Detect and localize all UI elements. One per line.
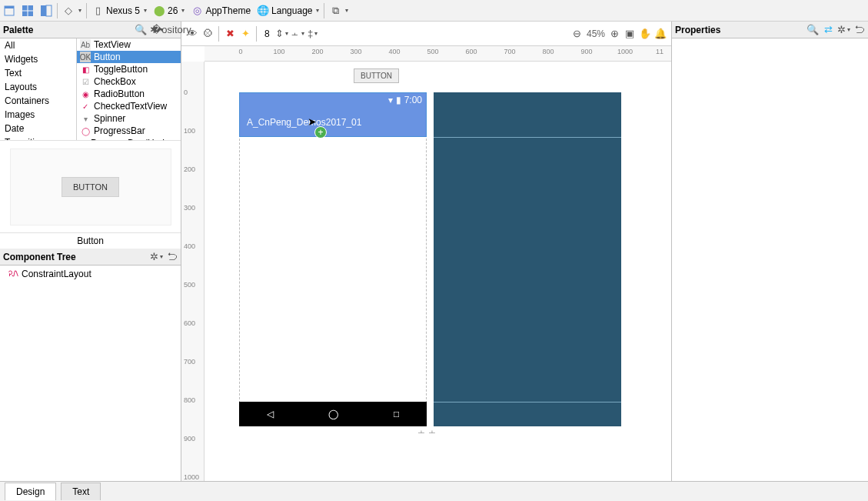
wifi-icon: ▾ [388,95,393,105]
collapse-icon[interactable]: ⮌ [165,251,178,263]
palette-item[interactable]: ◧ToggleButton [77,63,181,75]
design-canvas-area: 👁 ⭙ ✖ ✦ 8 ⇕ ⫠ ‡ ⊖ 45% ⊕ ▣ ✋ 🔔 0 100 200 … [181,22,671,481]
device-time: 7:00 [404,95,422,105]
editor-tabs: Design Text [0,481,868,501]
palette-header: Palette 🔍 ✲ �ository [0,22,181,38]
device-navbar: ◁ ◯ □ [239,402,427,426]
device-label: Nexus 5 [106,5,140,16]
preview-button-widget: BUTTON [62,177,119,197]
variant-picker[interactable]: ⧉ [326,3,351,18]
globe-icon: 🌐 [257,5,269,17]
zoom-in-icon[interactable]: ⊕ [608,28,620,40]
default-margin[interactable]: 8 [261,28,273,39]
align-dropdown[interactable]: ⫠ [291,28,304,40]
gear-icon[interactable]: ✲ [837,24,850,36]
android-icon: ⬤ [153,5,165,17]
infer-constraints-icon[interactable]: ✦ [239,28,251,40]
button-icon: OK [80,52,91,62]
palette-item[interactable]: ◯ProgressBar [77,125,181,137]
palette-cat[interactable]: Widgets [0,52,76,66]
palette-item[interactable]: ✓CheckedTextView [77,100,181,112]
palette-categories: All Widgets Text Layouts Containers Imag… [0,38,77,140]
nav-recent-icon: □ [394,409,399,419]
view-mode-blueprint-icon[interactable] [18,3,37,18]
search-icon[interactable]: 🔍 [806,24,819,36]
checkbox-icon: ☑ [80,76,91,87]
designer-top-toolbar: ◇ ▯Nexus 5 ⬤26 ◎AppTheme 🌐Language ⧉ [0,0,868,22]
component-tree: ᎮᏁ ConstraintLayout [0,266,181,481]
properties-title: Properties [675,25,803,35]
guideline-dropdown[interactable]: ‡ [307,28,319,40]
palette-item[interactable]: OKButton [77,51,181,63]
svg-rect-5 [41,5,46,16]
palette-preview: BUTTON [0,140,181,232]
collapse-icon[interactable]: ⮌ [853,24,865,36]
notifications-icon[interactable]: 🔔 [654,28,667,40]
app-title: A_CnPeng_Demos2017_01 [247,117,361,128]
gear-icon[interactable]: ✲ [150,251,162,263]
palette-cat[interactable]: Text [0,66,76,80]
palette-item[interactable]: ☑CheckBox [77,75,181,88]
palette-cat[interactable]: Images [0,108,76,122]
pan-icon[interactable]: ✋ [639,28,651,40]
view-mode-split-icon[interactable] [37,3,55,18]
properties-panel: Properties 🔍 ⇄ ✲ ⮌ [671,22,868,481]
palette-cat[interactable]: Containers [0,94,76,108]
palette-item[interactable]: AbTextView [77,38,181,51]
battery-icon: ▮ [396,95,401,105]
preview-surface: BUTTON [10,149,171,225]
component-tree-title: Component Tree [3,252,147,262]
textview-icon: Ab [80,39,91,50]
toggle-icon: ◧ [80,64,91,75]
magnet-icon[interactable]: ⭙ [201,28,214,40]
nav-home-icon: ◯ [328,409,338,419]
spinner-icon: ▾ [80,113,91,124]
zoom-out-icon[interactable]: ⊖ [571,28,584,40]
left-panel: Palette 🔍 ✲ �ository All Widgets Text La… [0,22,181,481]
resize-handle[interactable]: ⫠⫠ [416,425,437,437]
device-appbar: A_CnPeng_Demos2017_01 [239,108,427,137]
drag-tooltip: BUTTON [354,68,399,83]
tab-design[interactable]: Design [5,483,56,500]
phone-icon: ▯ [91,5,104,17]
component-tree-header: Component Tree ✲ ⮌ [0,249,181,266]
tree-item-root[interactable]: ᎮᏁ ConstraintLayout [8,269,173,279]
device-preview[interactable]: ▾ ▮ 7:00 A_CnPeng_Demos2017_01 ◁ ◯ □ ➤ + [239,92,427,426]
theme-icon: ◎ [191,5,203,17]
palette-cat[interactable]: Date [0,122,76,135]
palette-cat[interactable]: All [0,38,76,52]
palette-item[interactable]: ▾Spinner [77,112,181,125]
theme-picker[interactable]: ◎AppTheme [188,3,254,18]
view-mode-design-icon[interactable] [0,3,18,18]
api-picker[interactable]: ⬤26 [150,3,188,18]
svg-rect-6 [46,5,52,16]
palette-item[interactable]: ◉RadioButton [77,88,181,100]
orientation-icon: ◇ [62,5,75,17]
zoom-fit-icon[interactable]: ▣ [624,28,636,40]
palette-title: Palette [3,25,131,35]
margin-dropdown[interactable]: ⇕ [276,28,288,40]
blueprint-preview[interactable] [434,92,621,426]
device-statusbar: ▾ ▮ 7:00 [239,92,427,108]
orientation-dropdown[interactable]: ◇ [59,3,85,18]
collapse-icon[interactable]: �ository [165,24,178,36]
ruler-horizontal: 0 100 200 300 400 500 600 700 800 900 10… [205,46,671,62]
search-icon[interactable]: 🔍 [135,24,147,36]
palette-items: AbTextView OKButton ◧ToggleButton ☑Check… [77,38,181,140]
swap-icon[interactable]: ⇄ [822,24,834,36]
tree-item-label: ConstraintLayout [22,269,91,279]
locale-picker[interactable]: 🌐Language [254,3,322,18]
clear-constraints-icon[interactable]: ✖ [224,28,236,40]
device-picker[interactable]: ▯Nexus 5 [88,3,150,18]
palette-cat[interactable]: Layouts [0,80,76,94]
zoom-label: 45% [587,28,605,39]
svg-rect-1 [5,6,14,8]
radio-icon: ◉ [80,89,91,99]
tab-text[interactable]: Text [61,483,101,500]
design-toolbar: 👁 ⭙ ✖ ✦ 8 ⇕ ⫠ ‡ ⊖ 45% ⊕ ▣ ✋ 🔔 [181,22,671,46]
eye-icon[interactable]: 👁 [186,28,198,40]
design-canvas[interactable]: ▾ ▮ 7:00 A_CnPeng_Demos2017_01 ◁ ◯ □ ➤ + [205,62,671,481]
preview-caption: Button [0,232,181,249]
api-label: 26 [168,5,178,16]
checkedtext-icon: ✓ [80,101,91,112]
